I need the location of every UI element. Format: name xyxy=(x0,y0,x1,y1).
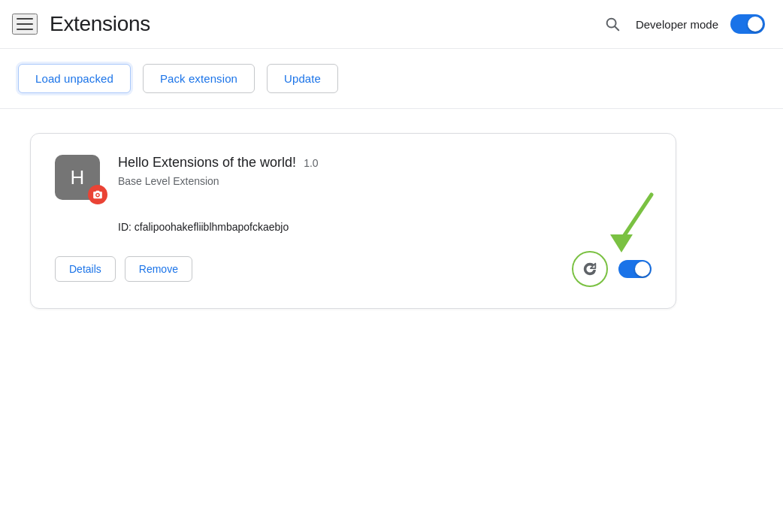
extension-info: Hello Extensions of the world! 1.0 Base … xyxy=(118,155,651,187)
header-right: Developer mode xyxy=(601,13,765,35)
hamburger-menu-button[interactable] xyxy=(12,14,38,35)
extension-toggle[interactable] xyxy=(618,260,651,278)
update-button[interactable]: Update xyxy=(267,64,338,93)
toggle-thumb xyxy=(748,17,763,32)
pack-extension-button[interactable]: Pack extension xyxy=(143,64,255,93)
details-button[interactable]: Details xyxy=(55,256,116,282)
load-unpacked-button[interactable]: Load unpacked xyxy=(18,64,131,93)
extension-icon-badge xyxy=(88,185,107,204)
extension-name-row: Hello Extensions of the world! 1.0 xyxy=(118,155,651,171)
card-actions: Details Remove xyxy=(55,256,192,282)
svg-marker-4 xyxy=(610,234,633,252)
svg-line-1 xyxy=(615,26,618,30)
search-icon xyxy=(604,16,621,32)
page-title: Extensions xyxy=(50,12,150,36)
header-left: Extensions xyxy=(12,12,150,36)
developer-mode-toggle[interactable] xyxy=(730,14,765,34)
reload-button[interactable] xyxy=(572,251,608,287)
toolbar: Load unpacked Pack extension Update xyxy=(0,48,783,109)
card-right xyxy=(572,251,651,287)
extension-icon-wrapper: H xyxy=(55,155,103,203)
extension-id-combined: ID: cfalipoohakefliiblhmbapofckaebjo xyxy=(118,221,289,233)
hamburger-line-2 xyxy=(17,23,33,25)
extension-name: Hello Extensions of the world! xyxy=(118,155,296,171)
extension-version: 1.0 xyxy=(304,157,318,169)
camera-icon xyxy=(92,189,103,200)
svg-point-2 xyxy=(97,194,99,196)
reload-button-wrapper xyxy=(572,251,608,287)
remove-button[interactable]: Remove xyxy=(125,256,192,282)
card-bottom: Details Remove xyxy=(55,251,651,287)
developer-mode-label: Developer mode xyxy=(636,18,718,31)
extension-id-row: ID: cfalipoohakefliiblhmbapofckaebjo xyxy=(118,221,651,233)
reload-icon xyxy=(582,261,598,277)
search-button[interactable] xyxy=(601,13,624,35)
card-top: H Hello Extensions of the world! 1.0 Bas… xyxy=(55,155,651,203)
hamburger-line-1 xyxy=(17,18,33,20)
extension-card: H Hello Extensions of the world! 1.0 Bas… xyxy=(30,133,676,309)
main-content: H Hello Extensions of the world! 1.0 Bas… xyxy=(0,109,783,333)
extension-description: Base Level Extension xyxy=(118,175,651,187)
header: Extensions Developer mode xyxy=(0,0,783,48)
extension-toggle-thumb xyxy=(635,261,650,277)
hamburger-line-3 xyxy=(17,29,33,30)
